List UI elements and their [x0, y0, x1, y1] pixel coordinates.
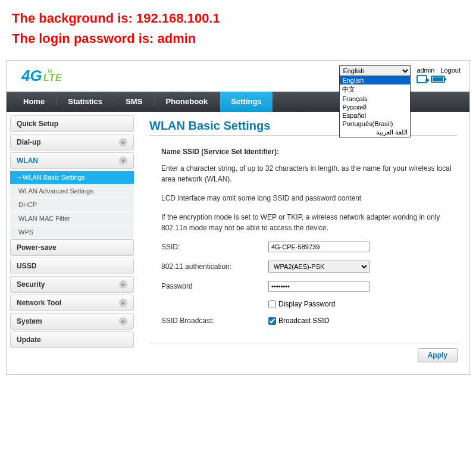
lang-opt-arabic[interactable]: اللغة العربية — [340, 128, 410, 137]
device-icon — [416, 75, 427, 83]
lang-opt-english[interactable]: English — [340, 76, 410, 84]
nav-settings[interactable]: Settings — [220, 92, 272, 112]
broadcast-ssid-checkbox[interactable] — [268, 317, 276, 325]
desc-2: LCD interface may omit some long SSID an… — [161, 193, 458, 203]
language-options-list: English 中文 Français Русский Español Port… — [340, 76, 410, 137]
chevron-icon: ▸ — [119, 317, 127, 325]
header: 4G)))LTE English English 中文 Français Рус… — [7, 61, 469, 92]
language-dropdown[interactable]: English English 中文 Français Русский Espa… — [339, 65, 411, 137]
sidebar-update[interactable]: Update — [10, 331, 134, 348]
sidebar-security[interactable]: Security▸ — [10, 276, 134, 293]
password-label: Password — [161, 282, 268, 290]
lang-opt-portuguese[interactable]: Português(Brasil) — [340, 120, 410, 128]
sidebar-system[interactable]: System▸ — [10, 313, 134, 330]
broadcast-ssid-label: Broadcast SSID — [278, 317, 329, 325]
sidebar-wlan-basic[interactable]: →WLAN Basic Settings — [10, 171, 134, 184]
sidebar: Quick Setup Dial-up▸ WLAN▾ →WLAN Basic S… — [7, 112, 137, 374]
annotation-line1: The background is: 192.168.100.1 — [12, 11, 464, 26]
sidebar-wlan[interactable]: WLAN▾ — [10, 152, 134, 169]
annotation-overlay: The background is: 192.168.100.1 The log… — [0, 0, 476, 57]
ssid-label: SSID: — [161, 243, 268, 251]
sidebar-wlan-advanced[interactable]: WLAN Advanced Settings — [10, 184, 134, 198]
chevron-down-icon: ▾ — [119, 156, 127, 165]
lang-opt-russian[interactable]: Русский — [340, 103, 410, 111]
ssid-input[interactable] — [268, 242, 369, 252]
logout-link[interactable]: Logout — [440, 67, 461, 74]
nav-statistics[interactable]: Statistics — [57, 92, 113, 112]
lang-opt-chinese[interactable]: 中文 — [340, 84, 410, 95]
sidebar-wps[interactable]: WPS — [10, 226, 134, 239]
auth-select[interactable]: WPA2(AES)-PSK — [268, 261, 369, 273]
battery-icon — [431, 76, 445, 83]
username-label[interactable]: admin — [416, 67, 434, 74]
sidebar-network-tool[interactable]: Network Tool▸ — [10, 295, 134, 311]
nav-phonebook[interactable]: Phonebook — [155, 92, 218, 112]
nav-sms[interactable]: SMS — [115, 92, 153, 112]
main-content: WLAN Basic Settings Name SSID (Service S… — [137, 112, 469, 374]
desc-3: If the encryption mode is set to WEP or … — [161, 212, 458, 233]
chevron-icon: ▸ — [119, 280, 127, 289]
language-select[interactable]: English — [340, 66, 410, 76]
auth-label: 802.11 authentication: — [161, 262, 268, 271]
lang-opt-french[interactable]: Français — [340, 95, 410, 103]
logo-4g-lte: 4G)))LTE — [21, 67, 62, 85]
sidebar-dhcp[interactable]: DHCP — [10, 198, 134, 211]
router-admin-window: 4G)))LTE English English 中文 Français Рус… — [6, 60, 470, 375]
broadcast-label: SSID Broadcast: — [161, 317, 268, 325]
annotation-line2: The login password is: admin — [12, 31, 464, 46]
chevron-icon: ▸ — [119, 138, 127, 146]
sidebar-powersave[interactable]: Power-save — [10, 239, 134, 256]
header-right-group: admin Logout — [416, 65, 461, 83]
display-password-label: Display Password — [278, 300, 335, 308]
display-password-checkbox[interactable] — [268, 300, 276, 308]
sidebar-ussd[interactable]: USSD — [10, 258, 134, 274]
header-right: English English 中文 Français Русский Espa… — [339, 65, 461, 137]
apply-button[interactable]: Apply — [418, 348, 458, 362]
desc-1: Enter a character string, of up to 32 ch… — [161, 163, 458, 184]
nav-home[interactable]: Home — [12, 92, 55, 112]
lang-opt-spanish[interactable]: Español — [340, 111, 410, 120]
ssid-heading: Name SSID (Service Set Identifier): — [161, 146, 458, 157]
chevron-icon: ▸ — [119, 299, 127, 307]
password-input[interactable] — [268, 281, 369, 292]
sidebar-quick-setup[interactable]: Quick Setup — [10, 115, 134, 132]
sidebar-wlan-mac-filter[interactable]: WLAN MAC Filter — [10, 212, 134, 225]
sidebar-dialup[interactable]: Dial-up▸ — [10, 134, 134, 151]
